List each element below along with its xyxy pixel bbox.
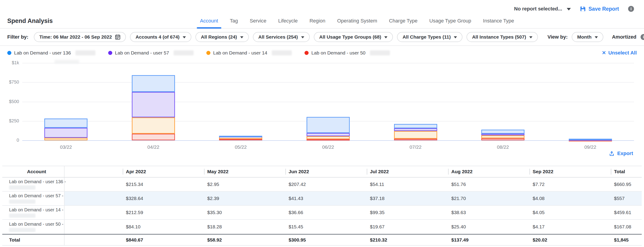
chevron-down-icon (301, 36, 304, 38)
bar-segment-lab-on-demand-user-57[interactable] (306, 133, 350, 136)
tab-region[interactable]: Region (310, 14, 326, 28)
bar-segment-lab-on-demand-user-136[interactable] (481, 130, 524, 134)
bar-segment-lab-on-demand-user-136[interactable] (44, 119, 88, 128)
chevron-down-icon (567, 8, 571, 10)
export-label: Export (617, 151, 633, 156)
info-icon[interactable]: i (640, 34, 644, 40)
table-cell: $4.05 (530, 210, 611, 215)
export-button[interactable]: Export (609, 151, 633, 156)
x-axis-label: 05/22 (222, 144, 259, 150)
total-cell: $300.95 (286, 237, 367, 243)
total-cell: $58.92 (204, 237, 286, 243)
bar-segment-lab-on-demand-user-136[interactable] (306, 117, 350, 133)
legend-dot (7, 51, 11, 55)
redacted-text (9, 214, 36, 218)
table-cell: $212.59 (123, 210, 204, 215)
account-label: Lab on Demand - user 50 - (9, 222, 64, 227)
legend-dot (108, 51, 112, 55)
table-cell: $2.95 (204, 182, 286, 187)
bar-segment-lab-on-demand-user-57[interactable] (481, 134, 524, 135)
bar-segment-lab-on-demand-user-14[interactable] (132, 117, 175, 134)
filter-pill-all[interactable]: All Regions (24) (196, 32, 249, 42)
table-cell: $36.66 (286, 210, 367, 215)
tab-tag[interactable]: Tag (230, 14, 238, 28)
tab-account[interactable]: Account (200, 14, 218, 28)
bar-segment-lab-on-demand-user-136[interactable] (132, 75, 175, 92)
tab-charge-type[interactable]: Charge Type (389, 14, 418, 28)
filter-pill-time[interactable]: Time: 06 Mar 2022 - 06 Sep 2022 (34, 32, 126, 42)
y-axis-label: 0 (7, 138, 19, 143)
tab-usage-type-group[interactable]: Usage Type Group (429, 14, 471, 28)
unselect-all-label: Unselect All (608, 50, 637, 56)
column-header-label: Total (614, 169, 625, 174)
total-row-label-cell: Total (2, 235, 64, 245)
pill-label: All Instance Types (507) (472, 34, 526, 40)
bar-segment-lab-on-demand-user-136[interactable] (219, 136, 262, 137)
gridline (22, 82, 634, 83)
table-cell: $25.40 (448, 224, 530, 230)
legend-item-lab-on-demand-user-14[interactable]: Lab on Demand - user 14 (206, 50, 292, 56)
legend-dot (206, 51, 210, 55)
legend-label: Lab on Demand - user 50 (311, 50, 366, 56)
filter-pill-all[interactable]: All Instance Types (507) (466, 32, 538, 42)
table-cell: $18.28 (204, 224, 286, 230)
bar-segment-lab-on-demand-user-14[interactable] (481, 135, 524, 138)
view-by-dropdown[interactable]: Month (572, 32, 603, 42)
pill-label: All Services (254) (258, 34, 298, 40)
table-cell: $2.39 (204, 196, 286, 201)
filter-pill-all[interactable]: All Charge Types (11) (397, 32, 462, 42)
table-total-row: Total$840.67$58.92$300.95$210.32$137.49$… (2, 234, 642, 246)
bar-segment-lab-on-demand-user-57[interactable] (44, 128, 88, 138)
filter-pill-all[interactable]: All Services (254) (253, 32, 310, 42)
bar-segment-lab-on-demand-user-50[interactable] (306, 139, 350, 141)
bar-segment-lab-on-demand-user-14[interactable] (44, 138, 88, 140)
bar-segment-lab-on-demand-user-136[interactable] (569, 139, 612, 140)
bar-segment-lab-on-demand-user-50[interactable] (394, 139, 437, 140)
legend-item-lab-on-demand-user-57[interactable]: Lab on Demand - user 57 (108, 50, 194, 56)
y-axis-label: $500 (7, 99, 19, 104)
bar-segment-lab-on-demand-user-136[interactable] (394, 124, 437, 128)
filter-by-label: Filter by: (7, 34, 28, 40)
bar-segment-lab-on-demand-user-14[interactable] (394, 131, 437, 139)
bar-segment-lab-on-demand-user-50[interactable] (481, 138, 524, 140)
view-by-value: Month (577, 34, 592, 40)
legend-item-lab-on-demand-user-50[interactable]: Lab on Demand - user 50 (304, 50, 390, 56)
dimension-tabs: AccountTagServiceLifecycleRegionOperatin… (200, 14, 514, 28)
title-tab-bar: Spend Analysis AccountTagServiceLifecycl… (0, 14, 644, 29)
column-header-apr-2022: Apr 2022 (123, 166, 204, 177)
legend-item-lab-on-demand-user-136[interactable]: Lab on Demand - user 136 (7, 50, 96, 56)
x-axis-label: 09/22 (572, 144, 608, 150)
x-axis-label: 06/22 (310, 144, 346, 150)
tab-operating-system[interactable]: Operating System (337, 14, 377, 28)
table-cell: $167.08 (611, 224, 642, 230)
report-selector-dropdown[interactable]: No report selected... (514, 6, 571, 12)
total-cell: $210.32 (367, 237, 448, 243)
chevron-down-icon (183, 36, 186, 38)
bar-segment-lab-on-demand-user-14[interactable] (306, 136, 350, 139)
total-cell: $20.02 (530, 237, 611, 243)
filter-pill-all[interactable]: All Usage Type Groups (68) (314, 32, 393, 42)
table-cell: $15.45 (286, 224, 367, 230)
info-icon[interactable]: i (628, 6, 634, 12)
table-cell: $84.10 (123, 224, 204, 230)
redacted-text (9, 228, 36, 232)
unselect-all-button[interactable]: ✕ Unselect All (602, 50, 637, 56)
tab-service[interactable]: Service (250, 14, 266, 28)
table-row-lab-on-demand-user-57: Lab on Demand - user 57 -$328.64$2.39$41… (2, 192, 642, 206)
table-cell: $51.76 (448, 182, 530, 187)
bar-segment-lab-on-demand-user-57[interactable] (132, 92, 175, 117)
save-report-label: Save Report (588, 6, 619, 12)
bar-segment-lab-on-demand-user-50[interactable] (132, 134, 175, 140)
filter-pills: Time: 06 Mar 2022 - 06 Sep 2022Accounts … (34, 32, 538, 42)
y-axis-label: $1k (7, 60, 19, 65)
table-header-row: AccountApr 2022May 2022Jun 2022Jul 2022A… (2, 166, 642, 178)
save-report-button[interactable]: Save Report (580, 6, 619, 12)
bar-segment-lab-on-demand-user-57[interactable] (394, 128, 437, 131)
legend-dot (304, 51, 308, 55)
tab-instance-type[interactable]: Instance Type (483, 14, 514, 28)
tab-lifecycle[interactable]: Lifecycle (278, 14, 298, 28)
spend-table: AccountApr 2022May 2022Jun 2022Jul 2022A… (2, 166, 642, 246)
filter-pill-accounts[interactable]: Accounts 4 (of 674) (130, 32, 191, 42)
bar-segment-lab-on-demand-user-50[interactable] (219, 139, 262, 140)
filter-bar: Filter by: Time: 06 Mar 2022 - 06 Sep 20… (0, 29, 644, 46)
